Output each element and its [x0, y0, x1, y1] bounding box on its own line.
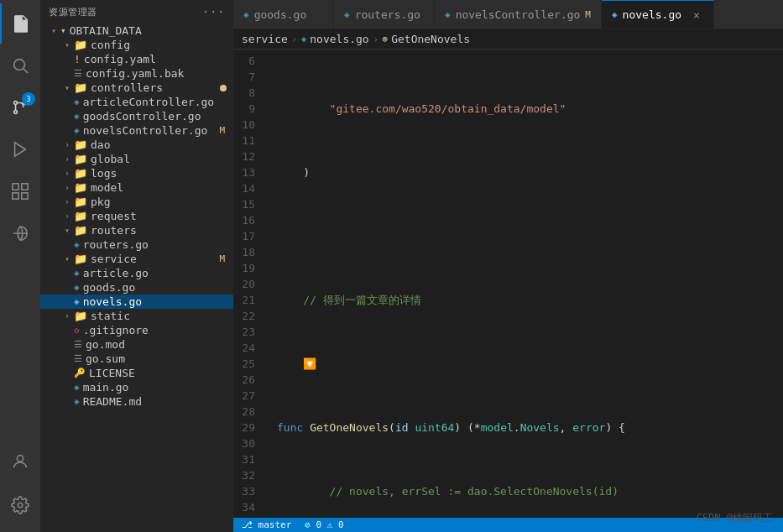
static-arrow: › [60, 311, 74, 321]
line-num-12: 12 [233, 149, 269, 164]
account-icon[interactable] [0, 441, 40, 482]
sidebar-item-goods-go[interactable]: ◈ goods.go [40, 280, 233, 295]
sidebar-item-static[interactable]: › 📁 static [40, 309, 233, 323]
readme-label: README.md [83, 395, 233, 408]
sidebar-item-license[interactable]: 🔑 LICENSE [40, 366, 233, 380]
sidebar-item-go-sum[interactable]: ☰ go.sum [40, 352, 233, 366]
code-line-9b: 🔽 [277, 356, 783, 372]
service-folder-icon: 📁 [74, 253, 87, 265]
logs-arrow: › [60, 169, 74, 178]
line-num-34: 34 [233, 499, 269, 515]
code-line-11: // novels, errSel := dao.SelectOneNovels… [277, 483, 783, 499]
sidebar-item-main-go[interactable]: ◈ main.go [40, 380, 233, 394]
git-icon: ◇ [74, 325, 80, 336]
sidebar-item-logs[interactable]: › 📁 logs [40, 166, 233, 180]
sidebar-item-global[interactable]: › 📁 global [40, 152, 233, 166]
line-num-21: 21 [233, 292, 269, 308]
status-area: ⎇ master ⊘ 0 ⚠ 0 CSDN @桃园码工 [233, 518, 783, 532]
sidebar-item-controllers[interactable]: ▾ 📁 controllers [40, 81, 233, 95]
model-arrow: › [60, 183, 74, 192]
tab-routers-go[interactable]: ◈ routers.go [334, 0, 435, 29]
svg-rect-10 [22, 193, 28, 199]
tab-novels-go[interactable]: ◈ novels.go × [602, 0, 714, 29]
dao-label: dao [91, 138, 233, 151]
status-errors: ⊘ 0 ⚠ 0 [305, 519, 343, 530]
go-icon: ◈ [74, 96, 80, 107]
request-folder-icon: 📁 [74, 210, 87, 222]
tab-close-button[interactable]: × [690, 8, 703, 22]
line-num-19: 19 [233, 260, 269, 276]
sidebar-item-articleController[interactable]: ◈ articleController.go [40, 95, 233, 109]
breadcrumb-sep1: › [291, 33, 298, 45]
config-arrow: ▾ [60, 40, 74, 50]
line-num-18: 18 [233, 244, 269, 260]
sidebar-more-icon[interactable]: ··· [202, 5, 225, 18]
tree-root[interactable]: ▾ OBTAIN_DATA [40, 23, 233, 38]
tab-novelsController-go-label: novelsController.go [456, 8, 581, 21]
model-label: model [91, 181, 233, 194]
novelsController-badge: M [219, 125, 225, 136]
sidebar-item-article-go[interactable]: ◈ article.go [40, 266, 233, 280]
sidebar-item-config-yaml[interactable]: ! config.yaml [40, 52, 233, 66]
dao-arrow: › [60, 140, 74, 149]
sidebar-item-routers-go[interactable]: ◈ routers.go [40, 237, 233, 252]
tab-go-icon2: ◈ [344, 9, 350, 20]
folder-icon2: 📁 [74, 81, 87, 94]
mod-icon: ☰ [74, 339, 82, 350]
sidebar-item-config[interactable]: ▾ 📁 config [40, 38, 233, 52]
sidebar-item-dao[interactable]: › 📁 dao [40, 138, 233, 152]
tab-novelsController-go[interactable]: ◈ novelsController.go M [435, 0, 602, 29]
settings-icon[interactable] [0, 485, 40, 525]
root-icon: ▾ [60, 25, 66, 36]
sidebar-title: 资源管理器 [49, 6, 97, 18]
extensions-icon[interactable] [0, 171, 40, 211]
sidebar-item-readme[interactable]: ◈ README.md [40, 394, 233, 409]
go-sum-label: go.sum [86, 352, 233, 365]
run-icon[interactable] [0, 129, 40, 170]
sidebar-item-novels-go[interactable]: ◈ novels.go [40, 295, 233, 309]
tab-goods-go[interactable]: ◈ goods.go [233, 0, 334, 29]
remote-icon[interactable] [0, 213, 40, 253]
svg-point-0 [14, 60, 25, 70]
request-label: request [91, 210, 233, 222]
config-label: config [91, 39, 233, 51]
request-arrow: › [60, 211, 74, 221]
sidebar-item-goodsController[interactable]: ◈ goodsController.go [40, 109, 233, 123]
sidebar-item-config-yaml-bak[interactable]: ☰ config.yaml.bak [40, 66, 233, 81]
line-num-13: 13 [233, 164, 269, 180]
code-line-7: ) [277, 164, 783, 180]
go-icon2: ◈ [74, 111, 80, 122]
sidebar-item-service[interactable]: ▾ 📁 service M [40, 252, 233, 266]
watermark: CSDN @桃园码工 [697, 511, 773, 525]
search-icon[interactable] [0, 45, 40, 86]
root-arrow [47, 26, 60, 35]
pkg-arrow: › [60, 197, 74, 206]
tab-routers-go-label: routers.go [355, 8, 420, 21]
goodsController-label: goodsController.go [83, 110, 233, 123]
code-line-6: "gitee.com/wao520/obtain_data/model" [277, 101, 783, 117]
line-num-25: 25 [233, 356, 269, 372]
svg-rect-7 [13, 184, 18, 190]
code-line-9: // 得到一篇文章的详情 [277, 292, 783, 308]
breadcrumb-sep2: › [373, 33, 379, 45]
code-editor[interactable]: 6 7 8 9 10 11 12 13 14 15 16 17 18 19 20… [233, 50, 783, 518]
source-control-icon[interactable]: 3 [0, 87, 40, 128]
sidebar-item-pkg[interactable]: › 📁 pkg [40, 195, 233, 209]
explorer-icon[interactable] [0, 3, 40, 44]
routers-folder-icon: 📁 [74, 224, 87, 237]
sidebar-item-go-mod[interactable]: ☰ go.mod [40, 337, 233, 352]
service-arrow: ▾ [60, 254, 74, 263]
sidebar-item-model[interactable]: › 📁 model [40, 180, 233, 195]
routers-go-label: routers.go [83, 238, 233, 251]
line-num-6: 6 [233, 53, 269, 69]
svg-point-12 [18, 503, 23, 508]
tab-goods-go-label: goods.go [254, 8, 307, 21]
articleController-label: articleController.go [83, 96, 233, 108]
config-yaml-label: config.yaml [84, 53, 233, 65]
sidebar-item-novelsController[interactable]: ◈ novelsController.go M [40, 123, 233, 138]
pkg-folder-icon: 📁 [74, 196, 87, 208]
sidebar-item-gitignore[interactable]: ◇ .gitignore [40, 323, 233, 337]
sidebar-item-request[interactable]: › 📁 request [40, 209, 233, 223]
file-tree: ▾ OBTAIN_DATA ▾ 📁 config ! config.yaml ☰… [40, 23, 233, 532]
sidebar-item-routers[interactable]: ▾ 📁 routers [40, 223, 233, 237]
